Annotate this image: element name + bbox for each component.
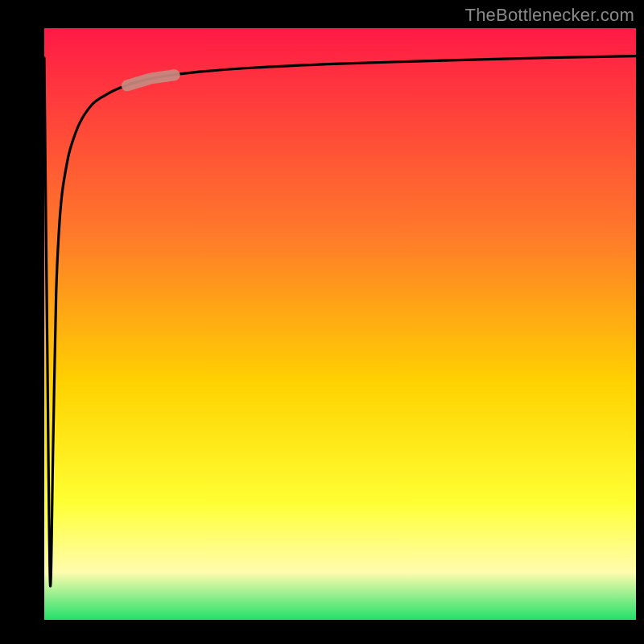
attribution-text: TheBottlenecker.com <box>465 5 634 26</box>
gradient-background <box>44 28 636 620</box>
bottleneck-chart <box>44 28 636 620</box>
chart-frame: TheBottlenecker.com <box>0 0 644 644</box>
plot-area <box>44 28 636 620</box>
